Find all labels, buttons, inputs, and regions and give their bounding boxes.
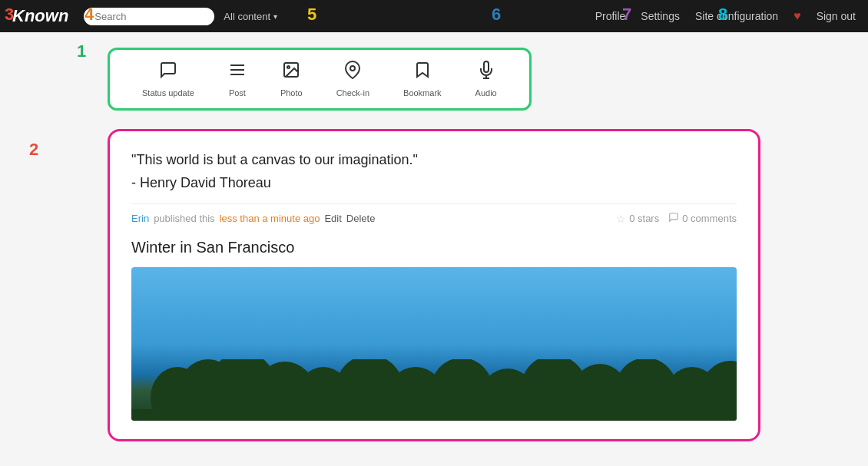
post-icon <box>228 61 247 84</box>
svg-point-5 <box>350 66 355 71</box>
sf-post-title: Winter in San Francisco <box>131 239 737 256</box>
content-type-status[interactable]: Status update <box>125 56 211 102</box>
post-label: Post <box>229 88 246 97</box>
photo-icon <box>282 61 300 84</box>
navbar: Known All content ▾ Profile Settings Sit… <box>0 0 868 32</box>
author-link[interactable]: Erin <box>131 213 149 224</box>
post-meta-left: Erin published this less than a minute a… <box>131 213 375 224</box>
content-type-bookmark[interactable]: Bookmark <box>386 56 459 102</box>
nav-site-configuration-link[interactable]: Site configuration <box>695 10 778 22</box>
delete-link[interactable]: Delete <box>346 213 376 224</box>
dropdown-arrow-icon: ▾ <box>273 12 277 21</box>
star-icon: ☆ <box>616 213 626 225</box>
comments-count: 0 comments <box>668 212 737 225</box>
comment-icon <box>668 212 679 225</box>
brand-logo[interactable]: Known <box>12 6 68 26</box>
content-area: 1 2 Status update <box>0 32 868 457</box>
post-meta: Erin published this less than a minute a… <box>131 203 737 225</box>
page-wrapper: Known All content ▾ Profile Settings Sit… <box>0 0 868 457</box>
photo-label: Photo <box>280 88 303 97</box>
content-type-bar: Status update Post <box>108 48 532 111</box>
published-text: published this <box>154 213 215 224</box>
audio-icon <box>477 61 495 84</box>
status-update-icon <box>159 61 177 84</box>
svg-rect-22 <box>131 409 737 421</box>
annotation-2: 2 <box>29 140 38 160</box>
content-type-post[interactable]: Post <box>211 56 263 102</box>
checkin-label: Check-in <box>336 88 369 97</box>
content-type-audio[interactable]: Audio <box>459 56 514 102</box>
main-post-card: "This world is but a canvas to our imagi… <box>108 129 760 441</box>
annotation-1: 1 <box>77 41 86 61</box>
audio-label: Audio <box>475 88 497 97</box>
sf-post-image <box>131 267 737 421</box>
bookmark-label: Bookmark <box>403 88 442 97</box>
status-update-label: Status update <box>142 88 194 97</box>
stars-count: ☆ 0 stars <box>616 213 659 225</box>
svg-point-4 <box>287 66 290 68</box>
quote-author: - Henry David Thoreau <box>131 175 737 191</box>
edit-link[interactable]: Edit <box>324 213 341 224</box>
navbar-nav-links: Profile Settings Site configuration ♥ Si… <box>595 9 856 23</box>
checkin-icon <box>343 61 362 84</box>
quote-text: "This world is but a canvas to our imagi… <box>131 150 737 170</box>
nav-settings-link[interactable]: Settings <box>641 10 680 22</box>
content-filter-button[interactable]: All content ▾ <box>224 11 277 22</box>
time-ago-link[interactable]: less than a minute ago <box>220 213 320 224</box>
search-input[interactable] <box>84 8 214 25</box>
heart-icon[interactable]: ♥ <box>793 9 801 23</box>
post-meta-right: ☆ 0 stars 0 comments <box>616 212 737 225</box>
content-type-checkin[interactable]: Check-in <box>320 56 386 102</box>
nav-profile-link[interactable]: Profile <box>595 10 626 22</box>
content-type-photo[interactable]: Photo <box>263 56 320 102</box>
bookmark-icon <box>413 61 432 84</box>
nav-sign-out-link[interactable]: Sign out <box>817 10 856 22</box>
